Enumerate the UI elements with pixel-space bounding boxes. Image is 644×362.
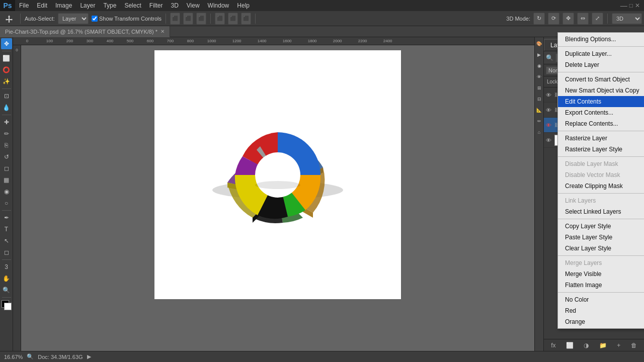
clone-tool[interactable]: ⎘ — [1, 140, 12, 151]
marquee-tool[interactable]: ⬜ — [1, 53, 12, 64]
context-menu-item-copy-style[interactable]: Copy Layer Style — [558, 221, 644, 232]
tab-filename: Pie-Chart-3D-Top.psd @ 16.7% (SMART OBJE… — [5, 29, 157, 35]
layer-style-btn[interactable]: fx — [551, 342, 555, 349]
3d-mode-dropdown[interactable]: 3D — [612, 13, 642, 24]
context-menu-item-select-linked[interactable]: Select Linked Layers — [558, 206, 644, 217]
context-menu-separator — [558, 292, 644, 293]
fg-color-swatch[interactable] — [2, 300, 12, 310]
show-transform-checkbox[interactable] — [92, 16, 98, 22]
hand-tool[interactable]: ✋ — [1, 273, 12, 284]
move-tool-btn[interactable] — [2, 13, 16, 25]
zoom-tool[interactable]: 🔍 — [1, 285, 12, 296]
context-menu-item-blending-options[interactable]: Blending Options... — [558, 34, 644, 45]
3d-roll-btn[interactable]: ⟳ — [548, 13, 559, 25]
context-menu-item-clear-style[interactable]: Clear Layer Style — [558, 243, 644, 254]
context-menu-separator — [558, 219, 644, 219]
context-menu-item-replace-contents[interactable]: Replace Contents... — [558, 118, 644, 129]
context-menu: Blending Options...Duplicate Layer...Del… — [557, 32, 644, 329]
window-maximize[interactable]: □ — [629, 2, 633, 9]
context-menu-item-red[interactable]: Red — [558, 305, 644, 316]
text-tool[interactable]: T — [1, 224, 12, 235]
history-brush-tool[interactable]: ↺ — [1, 151, 12, 162]
window-close[interactable]: ✕ — [635, 2, 640, 9]
3d-scale-btn[interactable]: ⤢ — [592, 13, 603, 25]
context-menu-item-duplicate-layer[interactable]: Duplicate Layer... — [558, 48, 644, 59]
align-center-v-btn[interactable]: ⬛ — [228, 13, 238, 25]
context-menu-item-clipping-mask[interactable]: Create Clipping Mask — [558, 180, 644, 192]
canvas-inner: 0 — [13, 45, 534, 351]
layer-eye-icon[interactable]: 👁 — [546, 122, 553, 128]
crop-tool[interactable]: ⊡ — [1, 90, 12, 102]
3d-pan-btn[interactable]: ✥ — [562, 13, 574, 25]
magic-wand-tool[interactable]: ✨ — [1, 76, 12, 87]
delete-layer-btn[interactable]: 🗑 — [631, 342, 637, 349]
show-transform-label: Show Transform Controls — [92, 16, 162, 22]
context-menu-item-disable-vector: Disable Vector Mask — [558, 169, 644, 180]
blur-tool[interactable]: ◉ — [1, 186, 12, 197]
adjustment-layer-btn[interactable]: ◑ — [584, 342, 589, 349]
eyedropper-tool[interactable]: 💧 — [1, 102, 12, 113]
menu-window[interactable]: Window — [204, 0, 233, 11]
context-menu-item-link-layers: Link Layers — [558, 195, 644, 206]
menu-filter[interactable]: Filter — [145, 0, 167, 11]
add-mask-btn[interactable]: ⬜ — [566, 342, 574, 349]
path-select-tool[interactable]: ↖ — [1, 235, 12, 246]
context-menu-item-delete-layer[interactable]: Delete Layer — [558, 59, 644, 70]
shape-tool[interactable]: ◻ — [1, 247, 12, 258]
ruler-horizontal: 0 100 200 300 400 500 600 700 800 1000 1… — [13, 37, 534, 45]
group-layers-btn[interactable]: 📁 — [599, 342, 607, 349]
align-top-btn[interactable]: ⬛ — [215, 13, 225, 25]
context-menu-item-new-smart[interactable]: New Smart Object via Copy — [558, 85, 644, 96]
menu-view[interactable]: View — [183, 0, 204, 11]
healing-tool[interactable]: ✚ — [1, 117, 12, 128]
layer-eye-icon[interactable]: 👁 — [546, 137, 553, 143]
align-left-btn[interactable]: ⬛ — [170, 13, 180, 25]
3d-rotate-btn[interactable]: ↻ — [533, 13, 545, 25]
menu-bar: Ps File Edit Image Layer Type Select Fil… — [0, 0, 644, 11]
context-menu-item-convert-smart[interactable]: Convert to Smart Object — [558, 74, 644, 85]
menu-edit[interactable]: Edit — [33, 0, 51, 11]
align-right-btn[interactable]: ⬛ — [196, 13, 206, 25]
menu-type[interactable]: Type — [99, 0, 120, 11]
lasso-tool[interactable]: ⭕ — [1, 64, 12, 75]
context-menu-item-merge-visible[interactable]: Merge Visible — [558, 268, 644, 280]
menu-image[interactable]: Image — [51, 0, 76, 11]
context-menu-item-paste-style[interactable]: Paste Layer Style — [558, 232, 644, 243]
3d-slide-btn[interactable]: ⇔ — [577, 13, 589, 25]
pen-tool[interactable]: ✒ — [1, 212, 12, 223]
document-canvas — [154, 50, 401, 299]
menu-select[interactable]: Select — [120, 0, 145, 11]
context-menu-item-rasterize-layer[interactable]: Rasterize Layer — [558, 133, 644, 144]
align-bottom-btn[interactable]: ⬛ — [241, 13, 251, 25]
menu-layer[interactable]: Layer — [76, 0, 99, 11]
3d-tool[interactable]: 3 — [1, 261, 12, 273]
context-menu-separator — [558, 193, 644, 194]
layer-eye-icon[interactable]: 👁 — [546, 92, 553, 98]
context-menu-item-merge-layers: Merge Layers — [558, 257, 644, 268]
context-menu-item-orange[interactable]: Orange — [558, 316, 644, 327]
sidebar-right-panel: 🎨 ▶ ◉ 👁 ⊞ ⊟ 📐 ✏ ⌂ — [534, 37, 543, 351]
context-menu-item-no-color[interactable]: No Color — [558, 294, 644, 305]
menu-3d[interactable]: 3D — [167, 0, 182, 11]
move-tool[interactable]: ✥ — [1, 38, 12, 49]
context-menu-item-flatten[interactable]: Flatten Image — [558, 280, 644, 291]
context-menu-item-rasterize-style[interactable]: Rasterize Layer Style — [558, 144, 644, 155]
context-menu-item-disable-mask: Disable Layer Mask — [558, 158, 644, 169]
play-btn[interactable]: ▶ — [87, 353, 91, 360]
align-center-h-btn[interactable]: ⬛ — [183, 13, 193, 25]
tab-close-btn[interactable]: ✕ — [160, 29, 165, 34]
auto-select-dropdown[interactable]: Layer Group — [58, 13, 89, 24]
gradient-tool[interactable]: ▦ — [1, 174, 12, 186]
context-menu-item-export-contents[interactable]: Export Contents... — [558, 107, 644, 118]
eraser-tool[interactable]: ◻ — [1, 163, 12, 174]
window-minimize[interactable]: ― — [620, 2, 627, 10]
brush-tool[interactable]: ✏ — [1, 128, 12, 139]
layer-eye-icon[interactable]: 👁 — [546, 107, 553, 113]
menu-file[interactable]: File — [15, 0, 33, 11]
new-layer-btn[interactable]: + — [617, 342, 620, 349]
toolbar: Auto-Select: Layer Group Show Transform … — [0, 11, 644, 26]
context-menu-item-edit-contents[interactable]: Edit Contents — [558, 96, 644, 107]
document-tab[interactable]: Pie-Chart-3D-Top.psd @ 16.7% (SMART OBJE… — [0, 26, 170, 37]
dodge-tool[interactable]: ○ — [1, 198, 12, 209]
menu-help[interactable]: Help — [233, 0, 254, 11]
